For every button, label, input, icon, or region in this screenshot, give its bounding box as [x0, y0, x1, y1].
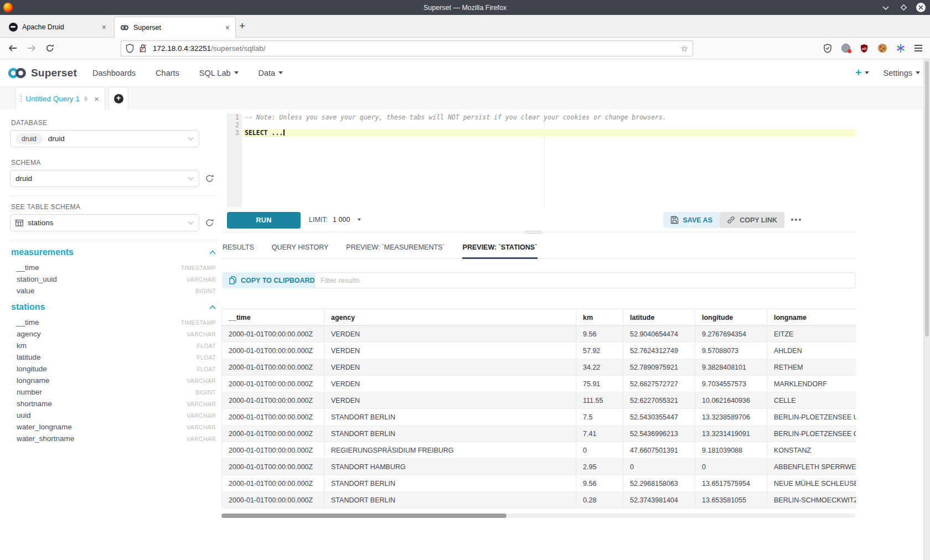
results-table-header-time[interactable]: __time [222, 309, 324, 326]
table-row: 2000-01-01T00:00:00.000ZSTANDORT BERLIN0… [222, 492, 856, 509]
limit-label: LIMIT: [309, 216, 328, 224]
vertical-scrollbar-thumb[interactable] [925, 61, 929, 336]
maximize-icon[interactable] [898, 3, 908, 13]
editor-gutter[interactable]: 1 2 3 [227, 113, 242, 208]
limit-value: 1 000 [333, 216, 350, 224]
chevron-up-icon[interactable] [209, 305, 216, 309]
filter-results-input[interactable] [314, 272, 855, 288]
table-section-header[interactable]: measurements [11, 247, 216, 257]
table-cell: 52.7624312749 [623, 343, 695, 359]
url-bar[interactable]: 172.18.0.4:32251/superset/sqllab/ ☆ [121, 40, 693, 56]
close-query-tab-icon[interactable]: × [94, 94, 99, 103]
horizontal-scrollbar-thumb[interactable] [221, 514, 507, 518]
results-tab-preview-stations[interactable]: PREVIEW: `STATIONS` [462, 243, 538, 258]
table-select[interactable]: stations [10, 214, 199, 231]
cookie-extension-icon[interactable] [878, 44, 887, 53]
refresh-tables-icon[interactable] [205, 218, 214, 227]
nav-item-data[interactable]: Data [259, 69, 283, 77]
forward-icon[interactable] [27, 44, 37, 52]
browser-tab-apache-druid[interactable]: Apache Druid × [3, 17, 112, 38]
settings-menu[interactable]: Settings [884, 69, 920, 77]
table-cell: 2000-01-01T00:00:00.000Z [222, 409, 324, 426]
superset-logo[interactable]: Superset [7, 67, 77, 79]
table-cell: 2000-01-01T00:00:00.000Z [222, 492, 324, 509]
results-table-header-agency[interactable]: agency [324, 309, 576, 326]
horizontal-scrollbar[interactable] [221, 514, 855, 518]
browser-tab-superset[interactable]: Superset × [114, 17, 236, 38]
nav-item-dashboards[interactable]: Dashboards [92, 69, 136, 77]
table-row: 2000-01-01T00:00:00.000ZVERDEN34.2252.78… [222, 359, 856, 376]
table-cell: 0 [695, 459, 767, 475]
results-table-header-longname[interactable]: longname [767, 309, 856, 326]
insecure-lock-icon[interactable] [139, 44, 147, 53]
menu-hamburger-icon[interactable] [914, 45, 922, 51]
close-tab-icon[interactable]: × [102, 23, 106, 32]
sql-editor[interactable]: 1 2 3 -- Note: Unless you save your quer… [221, 113, 855, 208]
save-icon [670, 216, 679, 224]
limit-dropdown[interactable]: LIMIT:1 000 [309, 216, 361, 224]
refresh-schema-icon[interactable] [205, 174, 214, 183]
vertical-scrollbar[interactable] [923, 59, 930, 560]
account-extension-icon[interactable] [841, 44, 850, 53]
column-name: value [17, 287, 34, 295]
ublock-extension-icon[interactable]: uO [860, 44, 869, 53]
results-table-header-km[interactable]: km [576, 309, 623, 326]
database-select[interactable]: druid druid [10, 130, 199, 147]
nav-item-sql-lab[interactable]: SQL Lab [199, 69, 239, 77]
query-tab-strip: Untitled Query 1 × + [0, 87, 930, 110]
run-button[interactable]: RUN [227, 212, 301, 229]
sqllab-sidebar: DATABASE druid druid SCHEMA druid SEE TA… [6, 110, 221, 560]
chevron-up-icon[interactable] [209, 250, 216, 255]
copy-to-clipboard-label: COPY TO CLIPBOARD [241, 277, 315, 284]
column-type: FLOAT [197, 354, 216, 361]
column-name: shortname [17, 400, 52, 408]
schema-select[interactable]: druid [10, 170, 199, 187]
results-table-header-latitude[interactable]: latitude [623, 309, 695, 326]
table-cell: 9.56 [576, 326, 623, 343]
tracking-shield-icon[interactable] [126, 44, 134, 53]
proton-pass-extension-icon[interactable] [823, 44, 832, 53]
column-name: number [17, 388, 42, 396]
back-icon[interactable] [8, 44, 18, 52]
app-nav-items: DashboardsChartsSQL LabData [92, 69, 283, 77]
minimize-icon[interactable] [881, 3, 891, 13]
save-as-button[interactable]: SAVE AS [663, 212, 720, 228]
add-new-button[interactable]: + [855, 66, 869, 79]
table-cell: 52.3743981404 [623, 492, 695, 509]
table-cell: 0 [576, 442, 623, 459]
reload-icon[interactable] [45, 44, 54, 53]
colorful-asterisk-extension-icon[interactable] [896, 44, 905, 53]
nav-item-charts[interactable]: Charts [156, 69, 179, 77]
drag-handle-icon[interactable] [20, 95, 22, 103]
table-cell: 52.6827572727 [623, 376, 695, 392]
results-tab-preview-measurements[interactable]: PREVIEW: `MEASUREMENTS` [345, 243, 445, 258]
results-tab-results[interactable]: RESULTS [222, 243, 255, 258]
window-title: Superset — Mozilla Firefox [0, 4, 930, 12]
add-query-tab-button[interactable]: + [108, 87, 128, 110]
pane-splitter-handle[interactable] [525, 231, 541, 235]
table-cell: VERDEN [324, 376, 576, 392]
results-table-header-longitude[interactable]: longitude [695, 309, 767, 326]
database-value: druid [48, 134, 65, 143]
copy-link-label: COPY LINK [740, 216, 777, 224]
copy-to-clipboard-button[interactable]: COPY TO CLIPBOARD [222, 272, 322, 288]
results-tab-query-history[interactable]: QUERY HISTORY [271, 243, 329, 258]
bookmark-star-icon[interactable]: ☆ [681, 44, 688, 54]
table-section-header[interactable]: stations [11, 302, 216, 312]
table-cell: 57.92 [576, 343, 623, 359]
table-cell: 0 [623, 459, 695, 475]
query-tab-untitled-query-1[interactable]: Untitled Query 1 × [16, 87, 105, 110]
text-cursor [283, 129, 285, 136]
line-number: 1 [227, 113, 242, 121]
close-window-icon[interactable] [916, 3, 926, 12]
copy-link-button[interactable]: COPY LINK [720, 212, 784, 228]
new-tab-icon[interactable]: + [239, 20, 245, 32]
column-row: __timeTIMESTAMP [11, 262, 216, 273]
table-cell: 52.6227055321 [623, 392, 695, 409]
settings-label: Settings [884, 69, 912, 77]
schema-tables: measurements__timeTIMESTAMPstation_uuidV… [6, 247, 221, 444]
more-options-icon[interactable] [791, 219, 801, 221]
results-table-header-row: __timeagencykmlatitudelongitudelongname [222, 309, 856, 326]
close-tab-icon[interactable]: × [225, 23, 230, 32]
column-type: VARCHAR [187, 435, 216, 442]
